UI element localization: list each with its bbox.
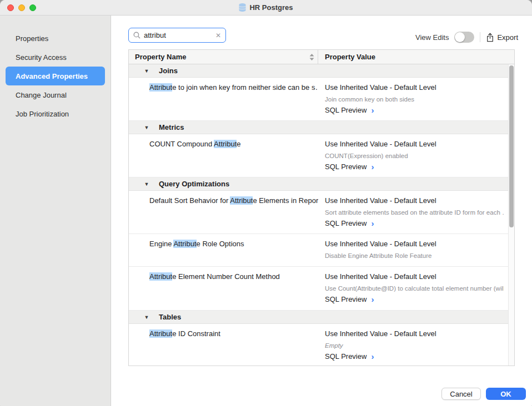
ok-button[interactable]: OK <box>486 388 526 400</box>
section-header-tables[interactable]: ▼ Tables <box>129 311 508 324</box>
name-text: COUNT Compound <box>149 140 214 148</box>
sidebar-item-label: Job Prioritization <box>16 110 69 118</box>
search-match-highlight: Attribut <box>214 140 237 148</box>
search-field[interactable]: ✕ <box>128 28 226 43</box>
export-label: Export <box>497 33 518 42</box>
column-header-label: Property Value <box>325 53 375 61</box>
sql-preview-label: SQL Preview <box>325 352 367 361</box>
table-row[interactable]: Default Sort Behavior for Attribute Elem… <box>129 191 508 234</box>
title-bar: HR Postgres <box>0 0 532 16</box>
scrollbar-track[interactable] <box>508 64 514 366</box>
column-header-label: Property Name <box>135 53 186 61</box>
main-content: ✕ View Edits Export <box>111 16 532 406</box>
sql-preview-link[interactable]: SQL Preview› <box>325 163 504 171</box>
sql-preview-label: SQL Preview <box>325 219 367 227</box>
sort-icon[interactable] <box>309 54 314 60</box>
cancel-button[interactable]: Cancel <box>441 388 481 400</box>
sidebar-item-job-prioritization[interactable]: Job Prioritization <box>6 104 105 123</box>
database-icon <box>239 3 246 12</box>
property-value: Use Inherited Value - Default Level <box>325 196 504 205</box>
chevron-right-icon: › <box>371 219 374 227</box>
sidebar-item-label: Advanced Properties <box>16 72 88 80</box>
section-header-joins[interactable]: ▼ Joins <box>129 64 508 78</box>
property-value: Use Inherited Value - Default Level <box>325 240 504 248</box>
sql-preview-link[interactable]: SQL Preview› <box>325 352 504 361</box>
window-title-text: HR Postgres <box>249 3 293 12</box>
name-text: e Role Options <box>197 240 244 248</box>
search-input[interactable] <box>143 31 213 40</box>
table-row[interactable]: COUNT Compound Attribute Use Inherited V… <box>129 134 508 177</box>
section-title: Metrics <box>159 123 184 131</box>
property-value: Use Inherited Value - Default Level <box>325 329 504 338</box>
search-match-highlight: Attribut <box>149 272 172 281</box>
properties-table: Property Name Property Value ▼ <box>128 49 515 366</box>
dialog-window: HR Postgres Properties Security Access A… <box>0 0 532 406</box>
export-button[interactable]: Export <box>486 33 518 42</box>
scrollbar-thumb[interactable] <box>509 65 514 227</box>
sql-preview-link[interactable]: SQL Preview› <box>325 219 504 227</box>
sidebar-item-label: Properties <box>16 34 48 43</box>
name-text: e Element Number Count Method <box>172 272 280 281</box>
property-name: Engine Attribute Role Options <box>129 234 318 266</box>
search-match-highlight: Attribut <box>149 83 172 92</box>
view-edits-toggle[interactable] <box>454 32 474 43</box>
sql-preview-link[interactable]: SQL Preview› <box>325 106 504 114</box>
chevron-right-icon: › <box>371 295 374 303</box>
property-name: Attribute ID Constraint <box>129 324 318 366</box>
section-header-metrics[interactable]: ▼ Metrics <box>129 121 508 134</box>
section-title: Tables <box>159 313 181 321</box>
sidebar: Properties Security Access Advanced Prop… <box>0 16 111 406</box>
property-value-description: COUNT(Expression) enabled <box>325 153 504 159</box>
section-title: Joins <box>159 67 178 75</box>
collapse-triangle-icon: ▼ <box>143 314 150 320</box>
sql-preview-label: SQL Preview <box>325 106 367 114</box>
sidebar-item-properties[interactable]: Properties <box>6 29 105 48</box>
table-row[interactable]: Engine Attribute Role Options Use Inheri… <box>129 234 508 267</box>
name-text: e <box>237 140 240 148</box>
search-match-highlight: Attribut <box>149 329 172 338</box>
search-match-highlight: Attribut <box>230 196 253 205</box>
sidebar-item-security-access[interactable]: Security Access <box>6 48 105 67</box>
clear-search-icon[interactable]: ✕ <box>215 32 221 39</box>
column-header-property-value: Property Value <box>318 50 514 64</box>
property-name: COUNT Compound Attribute <box>129 134 318 177</box>
sidebar-item-advanced-properties[interactable]: Advanced Properties <box>6 67 105 85</box>
minimize-button[interactable] <box>18 4 25 11</box>
export-icon <box>486 33 494 42</box>
name-text: e to join when key from neither side can… <box>172 83 318 92</box>
sql-preview-link[interactable]: SQL Preview› <box>325 295 504 303</box>
sidebar-item-label: Security Access <box>16 53 67 62</box>
chevron-right-icon: › <box>371 352 374 361</box>
name-text: e Elements in Reports <box>253 196 318 205</box>
table-row[interactable]: Attribute Element Number Count Method Us… <box>129 267 508 311</box>
collapse-triangle-icon: ▼ <box>143 68 150 74</box>
close-button[interactable] <box>7 4 14 11</box>
sql-preview-label: SQL Preview <box>325 295 367 303</box>
collapse-triangle-icon: ▼ <box>143 125 150 130</box>
view-edits-label: View Edits <box>415 33 449 42</box>
traffic-lights <box>7 4 36 11</box>
column-header-property-name[interactable]: Property Name <box>129 50 318 64</box>
table-header: Property Name Property Value <box>129 50 514 64</box>
search-icon <box>133 32 140 39</box>
chevron-right-icon: › <box>371 163 374 171</box>
property-value-description: Sort attribute elements based on the att… <box>325 209 504 216</box>
table-row[interactable]: Attribute ID Constraint Use Inherited Va… <box>129 324 508 366</box>
table-body: ▼ Joins Attribute to join when key from … <box>129 64 514 366</box>
toggle-knob <box>455 32 465 42</box>
sidebar-item-change-journal[interactable]: Change Journal <box>6 85 105 104</box>
property-value-description: Join common key on both sides <box>325 96 504 103</box>
section-title: Query Optimizations <box>159 180 229 188</box>
toolbar-controls: View Edits Export <box>415 31 518 44</box>
sql-preview-label: SQL Preview <box>325 163 367 171</box>
table-row[interactable]: Attribute to join when key from neither … <box>129 78 508 121</box>
toolbar-divider <box>480 32 480 42</box>
section-header-query-optimizations[interactable]: ▼ Query Optimizations <box>129 177 508 191</box>
search-match-highlight: Attribut <box>173 240 196 248</box>
property-value: Use Inherited Value - Default Level <box>325 140 504 148</box>
collapse-triangle-icon: ▼ <box>143 181 150 187</box>
property-value: Use Inherited Value - Default Level <box>325 83 504 92</box>
property-name: Default Sort Behavior for Attribute Elem… <box>129 191 318 234</box>
zoom-button[interactable] <box>29 4 36 11</box>
chevron-right-icon: › <box>371 106 374 114</box>
